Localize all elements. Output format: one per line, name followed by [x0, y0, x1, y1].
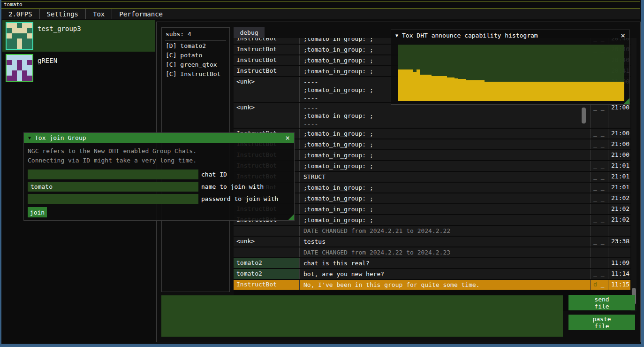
chat-row: InstructBotNo, I've been in this group f… [234, 280, 630, 290]
histogram-bar [405, 69, 409, 101]
histogram-bar [496, 82, 500, 101]
histogram-bar [455, 78, 458, 101]
message-status: _ _ [590, 150, 608, 160]
paste-file-button[interactable]: paste file [568, 315, 635, 330]
resize-grip[interactable] [288, 214, 294, 220]
chat-row: <unk>testus_ _23:38 [234, 237, 630, 247]
member-instructbot[interactable]: [C] InstructBot [162, 69, 229, 78]
histogram-bar [564, 82, 568, 101]
sidebar-item-green[interactable]: gREEN [2, 52, 155, 84]
message-text: ;tomato_in_group: ; [299, 183, 590, 193]
message-scrollbar-thumb[interactable] [582, 108, 586, 123]
window-border-bottom [0, 344, 644, 347]
histogram-bar [511, 82, 515, 101]
message-status: _ _ [590, 172, 608, 182]
message-timestamp: 21:01 [608, 172, 630, 182]
close-icon[interactable]: × [285, 134, 290, 142]
histogram-bar [432, 76, 435, 101]
window-titlebar[interactable]: tomato [1, 1, 640, 8]
chat-row: tomato2bot, are you new here?_ _11:14 [234, 269, 630, 279]
send-file-button[interactable]: send file [568, 295, 635, 310]
histogram-bar [428, 75, 432, 101]
histogram-bar [420, 75, 424, 101]
histogram-bar [413, 72, 417, 101]
resize-grip[interactable] [623, 98, 629, 104]
close-icon[interactable]: × [621, 32, 625, 39]
dht-capability-histogram [398, 45, 624, 101]
histogram-bar [586, 82, 590, 101]
menu-performance[interactable]: Performance [112, 9, 170, 19]
chat-row: tomato2chat is this real?_ _11:09 [234, 258, 630, 268]
message-status: _ _ [590, 215, 608, 225]
message-timestamp: 21:00 [608, 139, 630, 149]
histogram-bar [560, 82, 564, 101]
histogram-bar [466, 80, 470, 101]
sender-name: InstructBot [234, 55, 299, 65]
message-timestamp: 21:02 [608, 204, 630, 214]
message-timestamp: 21:01 [608, 161, 630, 171]
menu-settings[interactable]: Settings [40, 9, 86, 19]
histogram-bar [553, 82, 556, 101]
tab-debug[interactable]: debug [234, 27, 265, 38]
histogram-window: ▼ Tox DHT announce capability histogram … [391, 30, 630, 105]
message-status [590, 226, 608, 236]
histogram-bar [575, 82, 579, 101]
histogram-bar [549, 82, 553, 101]
histogram-bar [541, 82, 545, 101]
chat-id-input[interactable] [28, 170, 198, 179]
histogram-bar [470, 80, 473, 101]
member-potato[interactable]: [C] potato [162, 50, 229, 59]
message-text: No, I've been in this group for quite so… [299, 280, 590, 290]
message-timestamp: 21:00 [608, 129, 630, 139]
member-tomato2[interactable]: [D] tomato2 [162, 40, 229, 50]
menu-tox[interactable]: Tox [86, 9, 112, 19]
histogram-bar [598, 82, 601, 101]
histogram-bar [409, 69, 413, 101]
join-window-titlebar[interactable]: ▼ Tox join Group × [24, 133, 294, 143]
histogram-bar [435, 76, 439, 101]
message-text: DATE CHANGED from 2024.2.21 to 2024.2.22 [299, 226, 590, 236]
message-timestamp: 11:09 [608, 258, 630, 268]
histogram-bar [606, 82, 609, 101]
message-text: ;tomato_in_group: ; [299, 129, 590, 139]
window-title: tomato [4, 1, 23, 8]
group-name: test_group3 [38, 25, 81, 32]
histogram-bar [488, 82, 492, 101]
message-status: _ _ [590, 237, 608, 247]
join-password-input[interactable] [28, 194, 198, 204]
join-name-input[interactable] [28, 182, 198, 192]
histogram-bar [556, 82, 560, 101]
message-timestamp: 21:02 [608, 193, 630, 203]
histogram-bar [523, 82, 526, 101]
histogram-bar [602, 82, 606, 101]
collapse-arrow-icon[interactable]: ▼ [395, 33, 398, 38]
chat-scrollbar[interactable] [631, 38, 636, 311]
member-green-qtox[interactable]: [C] green_qtox [162, 59, 229, 69]
message-status: _ _ [590, 103, 608, 128]
sender-name: InstructBot [234, 38, 299, 44]
join-description-line2: Connecting via ID might take a very long… [28, 156, 294, 165]
histogram-bar [443, 76, 447, 101]
sender-name: tomato2 [234, 258, 299, 268]
histogram-bar [500, 82, 503, 101]
message-text: bot, are you new here? [299, 269, 590, 279]
window-border-left [0, 0, 1, 347]
histogram-window-title: Tox DHT announce capability histogram [402, 32, 621, 39]
sender-name: InstructBot [234, 45, 299, 54]
histogram-bar [609, 82, 613, 101]
message-timestamp [608, 247, 630, 257]
histogram-window-titlebar[interactable]: ▼ Tox DHT announce capability histogram … [391, 30, 629, 41]
histogram-bar [481, 80, 485, 101]
histogram-bar [447, 77, 451, 101]
collapse-arrow-icon[interactable]: ▼ [28, 135, 31, 140]
sidebar-item-test-group3[interactable]: test_group3 [2, 20, 155, 52]
message-text: testus [299, 237, 590, 247]
message-status: _ _ [590, 193, 608, 203]
join-button[interactable]: join [28, 207, 47, 217]
message-text: chat is this real? [299, 258, 590, 268]
message-text: ;tomato_in_group: ; [299, 161, 590, 171]
join-name-label: name to join with [201, 183, 264, 190]
histogram-bar [545, 82, 549, 101]
message-timestamp: 21:01 [608, 183, 630, 193]
message-input[interactable] [161, 295, 563, 337]
